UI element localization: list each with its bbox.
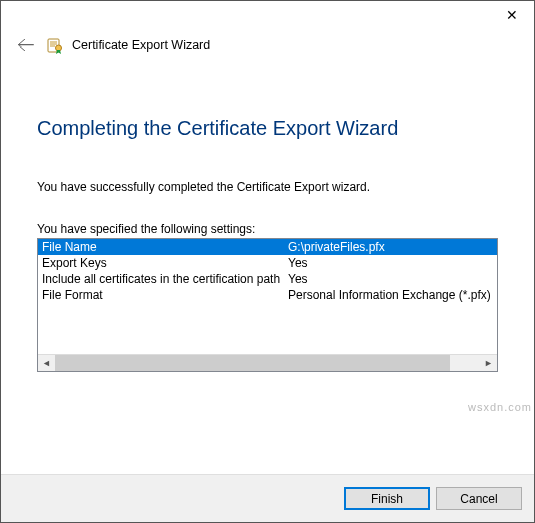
wizard-title: Certificate Export Wizard — [72, 38, 210, 52]
chevron-left-icon: ◄ — [42, 358, 51, 368]
page-heading: Completing the Certificate Export Wizard — [37, 117, 498, 140]
settings-row-value: G:\privateFiles.pfx — [288, 239, 497, 255]
settings-row[interactable]: Export KeysYes — [38, 255, 497, 271]
titlebar: ✕ — [1, 1, 534, 31]
close-button[interactable]: ✕ — [490, 1, 534, 29]
certificate-wizard-icon — [46, 36, 64, 54]
scroll-track[interactable] — [55, 355, 480, 371]
settings-row-label: File Name — [38, 239, 288, 255]
settings-listbox[interactable]: File NameG:\privateFiles.pfxExport KeysY… — [37, 238, 498, 372]
back-button[interactable]: 🡠 — [16, 35, 36, 55]
settings-row[interactable]: File FormatPersonal Information Exchange… — [38, 287, 497, 303]
button-bar: Finish Cancel — [1, 474, 534, 522]
watermark: wsxdn.com — [468, 401, 532, 413]
settings-list: File NameG:\privateFiles.pfxExport KeysY… — [38, 239, 497, 354]
settings-row-value: Yes — [288, 271, 497, 287]
finish-button[interactable]: Finish — [344, 487, 430, 510]
settings-row-value: Yes — [288, 255, 497, 271]
scroll-thumb[interactable] — [55, 355, 450, 371]
back-arrow-icon: 🡠 — [17, 35, 35, 56]
scroll-left-button[interactable]: ◄ — [38, 355, 55, 371]
close-icon: ✕ — [506, 7, 518, 23]
wizard-header: 🡠 Certificate Export Wizard — [1, 31, 534, 69]
settings-row-label: File Format — [38, 287, 288, 303]
settings-row-value: Personal Information Exchange (*.pfx) — [288, 287, 497, 303]
content: Completing the Certificate Export Wizard… — [1, 69, 534, 372]
completion-message: You have successfully completed the Cert… — [37, 180, 498, 194]
settings-subheading: You have specified the following setting… — [37, 222, 498, 236]
settings-row-label: Export Keys — [38, 255, 288, 271]
settings-row[interactable]: Include all certificates in the certific… — [38, 271, 497, 287]
settings-row-label: Include all certificates in the certific… — [38, 271, 288, 287]
scroll-right-button[interactable]: ► — [480, 355, 497, 371]
horizontal-scrollbar[interactable]: ◄ ► — [38, 354, 497, 371]
chevron-right-icon: ► — [484, 358, 493, 368]
cancel-button[interactable]: Cancel — [436, 487, 522, 510]
settings-row[interactable]: File NameG:\privateFiles.pfx — [38, 239, 497, 255]
